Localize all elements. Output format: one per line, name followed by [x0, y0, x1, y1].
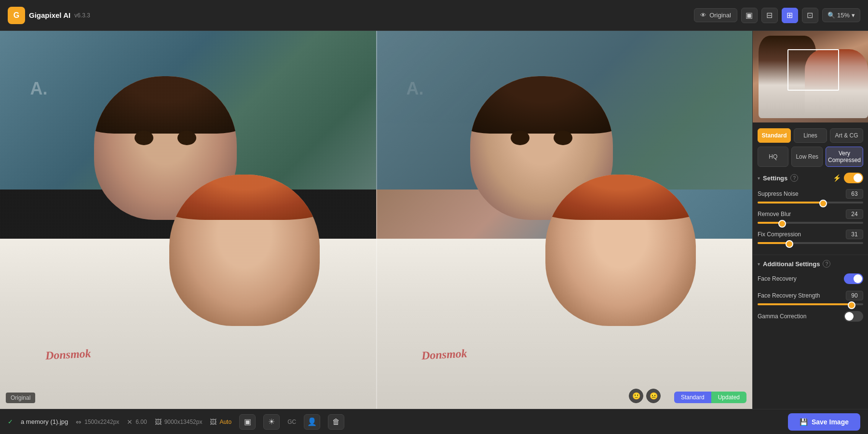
- fix-compression-track[interactable]: [758, 242, 863, 244]
- auto-icon: 🖼: [210, 418, 217, 426]
- zoom-control[interactable]: 🔍 15% ▾: [822, 8, 860, 22]
- person-button[interactable]: 👤: [304, 414, 320, 430]
- shirt-text: Donsmok: [45, 347, 91, 363]
- app-logo: G Gigapixel AI v6.3.3: [8, 7, 90, 24]
- dark-eyes: [122, 131, 208, 145]
- enhanced-panel: A. Donsmok: [376, 31, 752, 409]
- model-tab-lines[interactable]: Lines: [794, 128, 827, 143]
- face-recovery-row: Face Recovery: [758, 273, 863, 284]
- fix-compression-value[interactable]: 31: [846, 230, 863, 239]
- emoji-buttons: 🙂 😐: [629, 389, 661, 403]
- scale-meta: ✕ 6.00: [127, 418, 147, 426]
- left-eye-enhanced: [511, 131, 529, 145]
- suppress-noise-fill: [758, 202, 824, 203]
- photo-original: A. Donsmok: [0, 31, 376, 409]
- dark-hair: [94, 76, 237, 134]
- brightness-button[interactable]: ☀: [263, 414, 280, 430]
- view-split-h-button[interactable]: ⊞: [782, 8, 798, 23]
- filmstrip-button[interactable]: ▣: [239, 414, 256, 430]
- model-tab-standard[interactable]: Standard: [758, 128, 791, 143]
- thumbnail-image: [753, 31, 868, 122]
- additional-settings-title: Additional Settings: [763, 260, 820, 268]
- additional-chevron-icon: ▾: [758, 261, 760, 267]
- remove-blur-value[interactable]: 24: [846, 209, 863, 219]
- app-name: Gigapixel AI: [29, 11, 70, 19]
- output-size-meta: 🖼 9000x13452px: [155, 418, 203, 426]
- settings-help-button[interactable]: ?: [790, 174, 798, 182]
- suppress-noise-label: Suppress Noise: [758, 190, 799, 197]
- gc-label: GC: [287, 419, 296, 425]
- remove-blur-track[interactable]: [758, 222, 863, 224]
- output-size: 9000x13452px: [164, 419, 203, 425]
- fix-compression-fill: [758, 242, 790, 244]
- scale-icon: ✕: [127, 418, 133, 426]
- suppress-noise-track[interactable]: [758, 202, 863, 203]
- left-eye: [135, 131, 153, 145]
- settings-chevron-icon: ▾: [758, 176, 760, 181]
- settings-toggle[interactable]: [844, 173, 863, 183]
- right-eye-enhanced: [554, 131, 572, 145]
- thumbnail-viewport: [787, 49, 840, 91]
- gamma-correction-row: Gamma Correction: [758, 311, 863, 322]
- original-panel: A. Donsmok: [0, 31, 376, 409]
- image-canvas: A. Donsmok: [0, 31, 752, 409]
- scale-value: 6.00: [136, 419, 147, 425]
- view-single-button[interactable]: ▣: [741, 8, 758, 23]
- trash-button[interactable]: 🗑: [328, 414, 344, 430]
- additional-help-button[interactable]: ?: [823, 260, 830, 268]
- view-split-v-button[interactable]: ⊟: [761, 8, 778, 23]
- remove-blur-row: Remove Blur 24: [758, 209, 863, 224]
- dark-hair-enhanced: [470, 76, 613, 134]
- dark-eyes-enhanced: [499, 131, 584, 145]
- suppress-noise-value[interactable]: 63: [846, 189, 863, 199]
- split-divider: [376, 31, 377, 409]
- file-check-icon: ✓: [8, 418, 13, 425]
- zoom-icon: 🔍: [827, 12, 835, 19]
- auto-label[interactable]: Auto: [219, 419, 231, 425]
- face-red-enhanced: [545, 175, 696, 326]
- fix-compression-row: Fix Compression 31: [758, 230, 863, 244]
- view-controls: 👁 Original ▣ ⊟ ⊞ ⊡ 🔍 15% ▾: [694, 8, 860, 23]
- shirt-text-enhanced: Donsmok: [421, 347, 467, 363]
- settings-section: ▾ Settings ? ⚡ Suppress Noise 63: [753, 173, 868, 250]
- suppress-noise-row: Suppress Noise 63: [758, 189, 863, 203]
- face-recovery-strength-value[interactable]: 90: [846, 291, 863, 300]
- input-size: 1500x2242px: [84, 419, 119, 425]
- additional-settings-header[interactable]: ▾ Additional Settings ?: [758, 260, 863, 268]
- neutral-feedback-button[interactable]: 😐: [646, 389, 661, 403]
- source-tab-low-res[interactable]: Low Res: [791, 147, 822, 167]
- thumbnail-area: [753, 31, 868, 122]
- gc-meta: GC: [287, 419, 296, 425]
- settings-header[interactable]: ▾ Settings ? ⚡: [758, 173, 863, 183]
- photo-enhanced: A. Donsmok: [376, 31, 752, 409]
- app-version: v6.3.3: [74, 12, 90, 19]
- file-name: a memory (1).jpg: [21, 418, 68, 425]
- lightning-icon: ⚡: [833, 174, 841, 182]
- save-disk-icon: 💾: [800, 418, 808, 426]
- eye-icon: 👁: [700, 12, 706, 19]
- gamma-correction-toggle[interactable]: [844, 311, 863, 322]
- right-panel: Standard Lines Art & CG HQ Low Res Very …: [752, 31, 868, 409]
- updated-label: Updated: [711, 392, 746, 403]
- additional-settings-section: ▾ Additional Settings ? Face Recovery Fa…: [753, 260, 868, 328]
- fix-compression-label: Fix Compression: [758, 231, 801, 238]
- bottom-bar: ✓ a memory (1).jpg ⇔ 1500x2242px ✕ 6.00 …: [0, 409, 868, 434]
- wall-letter-enhanced: A.: [406, 79, 423, 99]
- face-recovery-toggle[interactable]: [844, 273, 863, 284]
- original-button[interactable]: 👁 Original: [694, 8, 737, 22]
- save-image-button[interactable]: 💾 Save Image: [788, 413, 860, 431]
- model-tab-art-cg[interactable]: Art & CG: [830, 128, 863, 143]
- input-size-meta: ⇔ 1500x2242px: [76, 418, 119, 426]
- source-tab-hq[interactable]: HQ: [758, 147, 788, 167]
- output-icon: 🖼: [155, 418, 162, 426]
- source-tabs: HQ Low Res Very Compressed: [753, 147, 868, 173]
- original-label: Original: [6, 393, 35, 403]
- face-recovery-strength-track[interactable]: [758, 303, 863, 305]
- face-recovery-label: Face Recovery: [758, 275, 797, 282]
- source-tab-very-compressed[interactable]: Very Compressed: [826, 147, 863, 167]
- happy-feedback-button[interactable]: 🙂: [629, 389, 643, 403]
- face-recovery-strength-fill: [758, 303, 853, 305]
- red-hair-enhanced: [545, 175, 696, 220]
- view-compare-button[interactable]: ⊡: [802, 8, 818, 23]
- model-tabs: Standard Lines Art & CG: [753, 122, 868, 147]
